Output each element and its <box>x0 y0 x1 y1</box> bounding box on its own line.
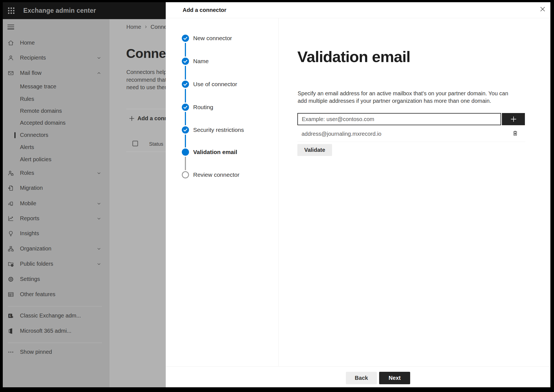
sidebar-item-connectors[interactable]: Connectors <box>3 130 109 140</box>
svg-text:E: E <box>9 314 11 317</box>
sidebar-item-label: Organization <box>20 245 51 252</box>
sidebar-item-remote-domains[interactable]: Remote domains <box>3 106 109 116</box>
sidebar-item-classic-exchange-adm[interactable]: EClassic Exchange adm... <box>3 311 109 321</box>
classic-exchange-icon: E <box>7 312 14 319</box>
step-label: Routing <box>193 104 213 111</box>
ellipsis-icon <box>7 349 14 355</box>
status-column-header: Status <box>149 141 163 147</box>
settings-icon <box>7 276 14 283</box>
sidebar-item-alert-policies[interactable]: Alert policies <box>3 155 109 165</box>
public-folders-icon <box>7 261 14 267</box>
step-connector <box>185 112 186 125</box>
sidebar-item-label: Accepted domains <box>20 120 66 126</box>
sidebar-item-home[interactable]: Home <box>3 38 109 48</box>
step-check-icon <box>182 58 189 65</box>
sidebar-divider <box>8 306 102 306</box>
sidebar-item-label: Home <box>20 40 35 46</box>
sidebar-item-label: Roles <box>20 170 34 176</box>
step-current-icon <box>182 148 189 156</box>
sidebar-item-settings[interactable]: Settings <box>3 274 109 284</box>
sidebar-item-insights[interactable]: Insights <box>3 229 109 239</box>
step-empty-icon <box>182 171 189 178</box>
step-check-icon <box>182 35 189 42</box>
sidebar-item-rules[interactable]: Rules <box>3 94 109 104</box>
close-icon[interactable] <box>538 4 547 14</box>
sidebar-item-label: Mobile <box>20 200 36 207</box>
sidebar-item-microsoft-365-admi[interactable]: Microsoft 365 admi... <box>3 326 109 336</box>
insights-icon <box>7 230 14 237</box>
step-connector <box>185 135 186 147</box>
step-label: Name <box>193 58 209 65</box>
sidebar-item-accepted-domains[interactable]: Accepted domains <box>3 118 109 128</box>
sidebar-item-label: Settings <box>20 276 40 282</box>
sidebar-item-label: Classic Exchange adm... <box>20 312 81 319</box>
sidebar-item-message-trace[interactable]: Message trace <box>3 82 109 92</box>
chevron-down-icon <box>96 171 101 176</box>
plus-icon <box>509 115 518 123</box>
sidebar-item-label: Rules <box>20 96 34 102</box>
step-label: Security restrictions <box>193 127 244 133</box>
sidebar-divider <box>8 343 102 343</box>
app-window: Exchange admin center HomeRecipientsMail… <box>3 2 550 387</box>
next-button[interactable]: Next <box>379 372 410 384</box>
reports-icon <box>7 215 14 222</box>
selected-indicator <box>14 132 16 138</box>
panel-footer-divider <box>166 366 550 367</box>
sidebar-item-label: Mail flow <box>20 70 42 76</box>
hamburger-icon[interactable] <box>7 23 15 30</box>
organization-icon <box>7 245 14 252</box>
person-icon <box>7 55 14 61</box>
chevron-right-icon <box>144 25 148 29</box>
trash-icon[interactable] <box>511 129 519 137</box>
mobile-icon <box>7 200 14 207</box>
sidebar-item-reports[interactable]: Reports <box>3 214 109 224</box>
step-check-icon <box>182 104 189 111</box>
sidebar-item-mail-flow[interactable]: Mail flow <box>3 68 109 78</box>
sidebar-item-label: Alert policies <box>20 156 51 163</box>
sidebar-item-other-features[interactable]: Other features <box>3 289 109 299</box>
roles-icon <box>7 170 14 176</box>
sidebar-item-show-pinned[interactable]: Show pinned <box>3 347 109 357</box>
add-connector-panel: Add a connector New connectorNameUse of … <box>166 2 550 387</box>
breadcrumb-home-link[interactable]: Home <box>126 24 141 30</box>
chevron-down-icon <box>96 262 101 267</box>
add-email-button[interactable] <box>502 113 525 125</box>
sidebar-item-mobile[interactable]: Mobile <box>3 199 109 209</box>
breadcrumb-current: Conne <box>150 24 167 30</box>
sidebar-item-label: Show pinned <box>20 349 52 355</box>
sidebar-item-alerts[interactable]: Alerts <box>3 142 109 152</box>
validation-address-item: address@journaling.mxrecord.io <box>302 131 381 137</box>
step-label: New connector <box>193 35 232 42</box>
select-all-checkbox[interactable] <box>132 141 138 146</box>
app-title: Exchange admin center <box>23 7 96 14</box>
add-connector-button[interactable]: Add a conn <box>129 113 168 123</box>
migration-icon <box>7 185 14 191</box>
sidebar-item-public-folders[interactable]: Public folders <box>3 259 109 269</box>
validate-button[interactable]: Validate <box>297 144 332 156</box>
panel-title: Add a connector <box>183 2 226 18</box>
sidebar-item-organization[interactable]: Organization <box>3 244 109 254</box>
panel-header-divider <box>166 18 550 18</box>
sidebar-item-label: Reports <box>20 215 39 222</box>
chevron-down-icon <box>96 55 101 60</box>
home-icon <box>7 40 14 46</box>
step-heading: Validation email <box>297 48 410 66</box>
plus-icon <box>129 115 135 122</box>
back-button[interactable]: Back <box>346 372 377 384</box>
sidebar-item-roles[interactable]: Roles <box>3 168 109 178</box>
waffle-icon[interactable] <box>7 7 15 14</box>
step-label: Review connector <box>193 171 239 178</box>
step-label: Use of connector <box>193 81 237 88</box>
sidebar-item-recipients[interactable]: Recipients <box>3 53 109 63</box>
sidebar-item-label: Remote domains <box>20 108 62 114</box>
step-connector <box>185 66 186 80</box>
page-description: Connectors help recommend that need to u… <box>126 68 167 91</box>
sidebar-item-label: Microsoft 365 admi... <box>20 328 72 334</box>
sidebar-item-migration[interactable]: Migration <box>3 183 109 193</box>
step-connector <box>185 157 186 170</box>
chevron-down-icon <box>96 246 101 251</box>
other-features-icon <box>7 291 14 298</box>
validation-email-input[interactable] <box>297 113 501 125</box>
step-connector <box>185 89 186 103</box>
sidebar-item-label: Insights <box>20 230 39 237</box>
